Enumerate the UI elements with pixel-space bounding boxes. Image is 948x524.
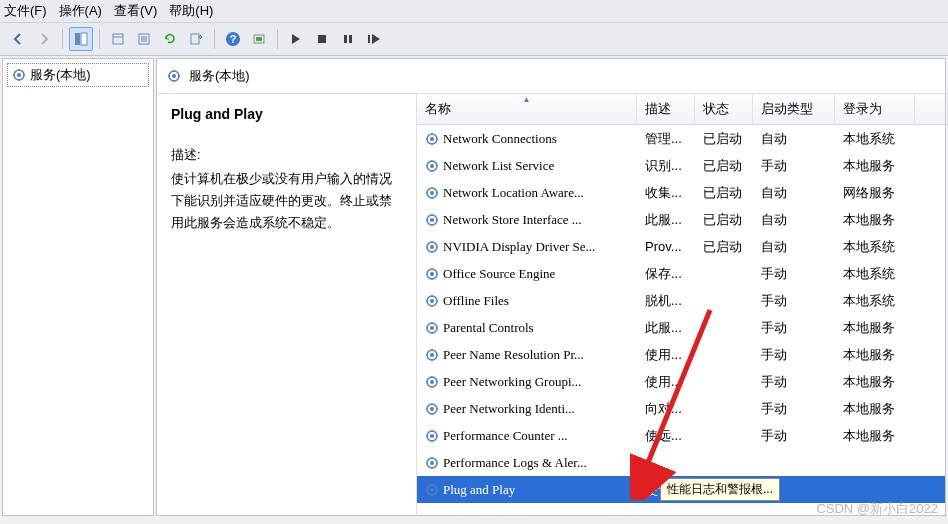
properties-button[interactable] <box>106 27 130 51</box>
table-row[interactable]: Offline Files脱机...手动本地系统 <box>417 287 945 314</box>
svg-point-44 <box>430 434 434 438</box>
table-row[interactable]: Network Location Aware...收集...已启动自动网络服务 <box>417 179 945 206</box>
cell-desc: 收集... <box>637 184 695 202</box>
cell-startup: 手动 <box>753 292 835 310</box>
gear-icon <box>425 483 439 497</box>
cell-status: 已启动 <box>695 157 753 175</box>
restart-button[interactable] <box>362 27 386 51</box>
cell-status: 已启动 <box>695 184 753 202</box>
table-row[interactable]: Peer Networking Identi...向对...手动本地服务 <box>417 395 945 422</box>
play-button[interactable] <box>284 27 308 51</box>
export-button[interactable] <box>132 27 156 51</box>
cell-name: Network Connections <box>417 131 637 147</box>
cell-startup: 手动 <box>753 319 835 337</box>
cell-logon: 本地服务 <box>835 427 915 445</box>
cell-status: 已启动 <box>695 130 753 148</box>
separator <box>277 29 278 49</box>
svg-point-24 <box>430 164 434 168</box>
cell-desc: 识别... <box>637 157 695 175</box>
tree-root-label: 服务(本地) <box>30 66 91 84</box>
stop-button[interactable] <box>310 27 334 51</box>
col-header-startup[interactable]: 启动类型 <box>753 94 835 124</box>
col-header-status[interactable]: 状态 <box>695 94 753 124</box>
svg-rect-15 <box>349 35 352 43</box>
gear-icon <box>425 402 439 416</box>
separator <box>62 29 63 49</box>
cell-status: 已启动 <box>695 238 753 256</box>
cell-startup: 手动 <box>753 400 835 418</box>
svg-rect-12 <box>256 37 262 41</box>
cell-startup: 手动 <box>753 346 835 364</box>
gear-icon <box>425 213 439 227</box>
cell-startup: 自动 <box>753 184 835 202</box>
col-header-desc[interactable]: 描述 <box>637 94 695 124</box>
col-header-logon[interactable]: 登录为 <box>835 94 915 124</box>
main-area: 服务(本地) 服务(本地) Plug and Play 描述: 使计算机在极少或… <box>0 56 948 518</box>
sort-indicator-icon: ▲ <box>523 95 531 104</box>
svg-point-46 <box>430 461 434 465</box>
list-header: 名称▲ 描述 状态 启动类型 登录为 <box>417 94 945 125</box>
cell-name: NVIDIA Display Driver Se... <box>417 239 637 255</box>
cell-desc: 此服... <box>637 319 695 337</box>
toolbar: ? <box>0 23 948 56</box>
table-row[interactable]: Performance Counter ...使远...手动本地服务 <box>417 422 945 449</box>
cell-startup: 自动 <box>753 211 835 229</box>
forward-button[interactable] <box>32 27 56 51</box>
cell-name: Parental Controls <box>417 320 637 336</box>
svg-point-22 <box>430 137 434 141</box>
cell-name: Plug and Play <box>417 482 637 498</box>
cell-logon: 本地系统 <box>835 292 915 310</box>
gear-icon <box>425 348 439 362</box>
table-row[interactable]: Performance Logs & Aler... <box>417 449 945 476</box>
svg-rect-16 <box>368 35 370 43</box>
tool-button[interactable] <box>247 27 271 51</box>
svg-point-20 <box>172 74 176 78</box>
svg-point-36 <box>430 326 434 330</box>
tree-pane: 服务(本地) <box>2 58 154 516</box>
table-row[interactable]: Network Store Interface ...此服...已启动自动本地服… <box>417 206 945 233</box>
table-row[interactable]: Peer Networking Groupi...使用...手动本地服务 <box>417 368 945 395</box>
table-row[interactable]: Network Connections管理...已启动自动本地系统 <box>417 125 945 152</box>
svg-rect-13 <box>318 35 326 43</box>
svg-rect-8 <box>191 34 199 44</box>
back-button[interactable] <box>6 27 30 51</box>
view-button[interactable] <box>69 27 93 51</box>
menu-file[interactable]: 文件(F) <box>4 2 47 20</box>
cell-logon: 网络服务 <box>835 184 915 202</box>
table-row[interactable]: Office Source Engine保存...手动本地系统 <box>417 260 945 287</box>
menu-action[interactable]: 操作(A) <box>59 2 102 20</box>
separator <box>214 29 215 49</box>
help-button[interactable]: ? <box>221 27 245 51</box>
cell-startup: 手动 <box>753 157 835 175</box>
cell-logon: 本地服务 <box>835 400 915 418</box>
cell-logon: 本地服务 <box>835 373 915 391</box>
table-row[interactable]: Parental Controls此服...手动本地服务 <box>417 314 945 341</box>
detail-pane: Plug and Play 描述: 使计算机在极少或没有用户输入的情况下能识别并… <box>157 94 417 515</box>
gear-icon <box>425 240 439 254</box>
export-list-button[interactable] <box>184 27 208 51</box>
svg-rect-1 <box>81 33 87 45</box>
table-row[interactable]: Peer Name Resolution Pr...使用...手动本地服务 <box>417 341 945 368</box>
separator <box>99 29 100 49</box>
menu-help[interactable]: 帮助(H) <box>169 2 213 20</box>
svg-point-34 <box>430 299 434 303</box>
cell-desc: 使用... <box>637 346 695 364</box>
tree-root-services[interactable]: 服务(本地) <box>7 63 149 87</box>
col-header-name[interactable]: 名称▲ <box>417 94 637 124</box>
svg-point-32 <box>430 272 434 276</box>
cell-logon: 本地系统 <box>835 265 915 283</box>
watermark: CSDN @新小白2022 <box>816 500 938 518</box>
table-row[interactable]: NVIDIA Display Driver Se...Prov...已启动自动本… <box>417 233 945 260</box>
table-row[interactable]: Network List Service识别...已启动手动本地服务 <box>417 152 945 179</box>
refresh-button[interactable] <box>158 27 182 51</box>
cell-desc: 此服... <box>637 211 695 229</box>
content-pane: 服务(本地) Plug and Play 描述: 使计算机在极少或没有用户输入的… <box>156 58 946 516</box>
list-body[interactable]: Network Connections管理...已启动自动本地系统Network… <box>417 125 945 515</box>
gear-icon <box>425 294 439 308</box>
cell-logon: 本地系统 <box>835 130 915 148</box>
gear-icon <box>425 132 439 146</box>
pause-button[interactable] <box>336 27 360 51</box>
gear-icon <box>12 68 26 82</box>
menu-view[interactable]: 查看(V) <box>114 2 157 20</box>
gear-icon <box>425 456 439 470</box>
